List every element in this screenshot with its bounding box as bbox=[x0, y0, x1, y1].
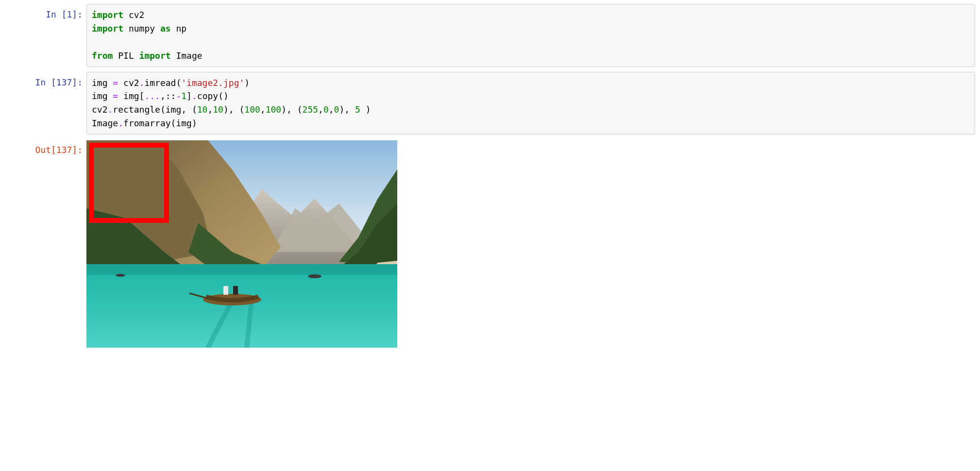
cell-out-137: Out[137]: bbox=[5, 139, 975, 348]
svg-rect-1 bbox=[86, 264, 397, 348]
svg-rect-2 bbox=[86, 264, 397, 275]
code-input-area[interactable]: import cv2 import numpy as np from PIL i… bbox=[86, 4, 975, 67]
svg-point-3 bbox=[308, 274, 321, 278]
prompt-in: In [137]: bbox=[5, 72, 86, 88]
landscape-image bbox=[86, 140, 397, 348]
svg-point-4 bbox=[116, 274, 125, 277]
cell-in-1: In [1]: import cv2 import numpy as np fr… bbox=[5, 4, 975, 67]
prompt-out: Out[137]: bbox=[5, 139, 86, 155]
svg-rect-7 bbox=[233, 286, 238, 295]
svg-rect-6 bbox=[223, 286, 228, 295]
output-image bbox=[86, 140, 397, 348]
output-area bbox=[86, 139, 975, 348]
code-block[interactable]: import cv2 import numpy as np from PIL i… bbox=[92, 8, 970, 63]
code-input-area[interactable]: img = cv2.imread('image2.jpg') img = img… bbox=[86, 72, 975, 135]
code-block[interactable]: img = cv2.imread('image2.jpg') img = img… bbox=[92, 76, 970, 131]
cell-in-137: In [137]: img = cv2.imread('image2.jpg')… bbox=[5, 72, 975, 135]
prompt-in: In [1]: bbox=[5, 4, 86, 20]
notebook: In [1]: import cv2 import numpy as np fr… bbox=[0, 0, 980, 372]
